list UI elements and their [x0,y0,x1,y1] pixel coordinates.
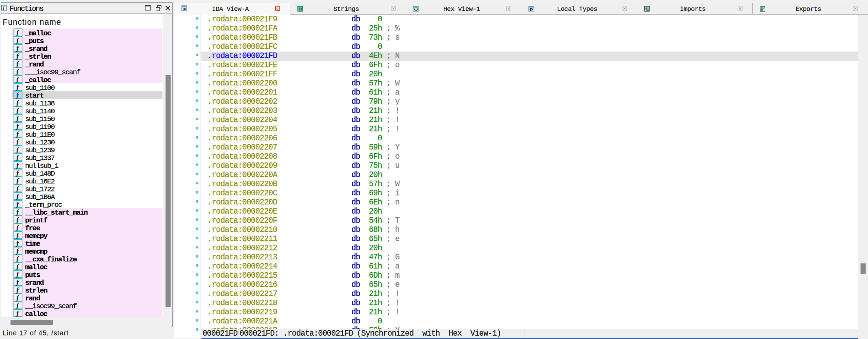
svg-text:99: 99 [298,7,303,11]
